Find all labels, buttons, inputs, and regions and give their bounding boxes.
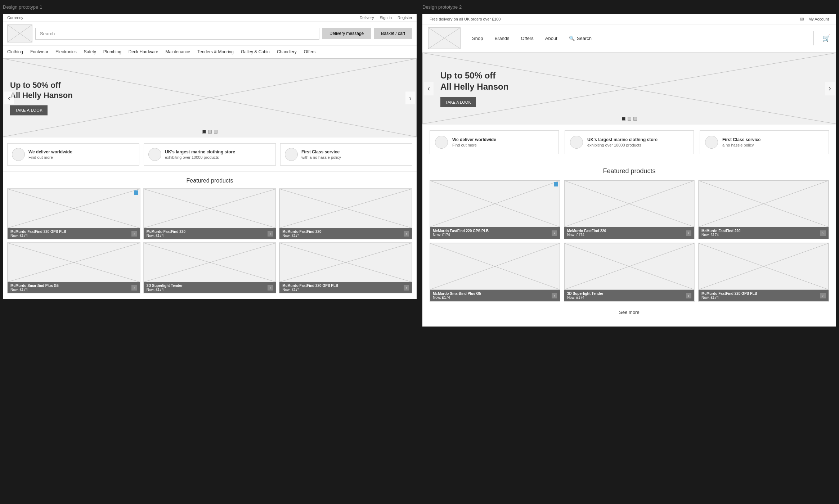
p2-nav-shop[interactable]: Shop [466, 28, 489, 48]
p2-product-arrow-6[interactable]: › [820, 293, 826, 298]
p2-product-price-5: Now: £174 [567, 296, 603, 300]
p1-product-img-4 [8, 243, 140, 282]
p1-feature-subtitle-1[interactable]: Find out more [28, 155, 72, 159]
p2-search-btn[interactable]: 🔍 Search [563, 28, 597, 48]
p1-product-arrow-6[interactable]: › [404, 285, 409, 291]
p2-dot-3[interactable] [633, 117, 637, 121]
p1-nav-maintenance[interactable]: Maintenance [162, 48, 194, 56]
p2-product-card-3[interactable]: McMurdo FastFind 220 Now: £174 › [698, 180, 829, 239]
p1-product-name-1: McMurdo FastFind 220 GPS PLB [10, 230, 66, 234]
p1-feature-title-1: We deliver worldwide [28, 149, 72, 154]
p1-delivery-btn[interactable]: Delivery message [322, 28, 371, 39]
p2-prev-arrow[interactable]: ‹ [424, 82, 434, 95]
p2-search-icon: 🔍 [569, 36, 575, 41]
p1-features: We deliver worldwide Find out more UK's … [3, 138, 417, 172]
p2-product-info-6: McMurdo FastFind 220 GPS PLB Now: £174 › [699, 290, 829, 301]
p1-feature-subtitle-3: with a no hassle policy [301, 155, 341, 159]
p1-dot-2[interactable] [208, 130, 212, 134]
p1-hero-line1: Up to 50% off [10, 81, 61, 90]
p2-product-card-4[interactable]: McMurdo Smartfind Plus G5 Now: £174 › [430, 243, 560, 302]
p1-product-card-6[interactable]: McMurdo FastFind 220 GPS PLB Now: £174 › [279, 242, 412, 293]
p1-product-info-4: McMurdo Smartfind Plus G5 Now: £174 › [8, 282, 140, 293]
p1-register-link[interactable]: Register [398, 15, 412, 20]
p2-hero-line2: All Helly Hanson [440, 82, 508, 91]
p1-nav-plumbing[interactable]: Plumbing [100, 48, 125, 56]
p1-nav-chandlery[interactable]: Chandlery [273, 48, 300, 56]
p1-search-input[interactable] [35, 28, 319, 40]
p1-feature-icon-2 [148, 148, 161, 161]
p2-product-info-4: McMurdo Smartfind Plus G5 Now: £174 › [430, 290, 560, 301]
p2-product-img-1 [430, 180, 560, 227]
p1-next-arrow[interactable]: › [405, 91, 415, 104]
p1-nav-electronics[interactable]: Electronics [52, 48, 80, 56]
p1-feature-icon-1 [12, 148, 25, 161]
p1-feature-1: We deliver worldwide Find out more [7, 143, 139, 166]
p2-product-price-1: Now: £174 [433, 233, 489, 237]
p2-product-arrow-3[interactable]: › [820, 230, 826, 236]
p2-product-info-5: 3D Superlight Tender Now: £174 › [564, 290, 694, 301]
p1-nav-safety[interactable]: Safety [80, 48, 100, 56]
p1-product-card-4[interactable]: McMurdo Smartfind Plus G5 Now: £174 › [7, 242, 140, 293]
p1-product-card-1[interactable]: McMurdo FastFind 220 GPS PLB Now: £174 › [7, 188, 140, 239]
p2-nav-about[interactable]: About [539, 28, 563, 48]
p1-nav-offers[interactable]: Offers [300, 48, 319, 56]
p2-see-more[interactable]: See more [430, 305, 829, 319]
p2-topbar-right: ✉ My Account [800, 16, 829, 22]
p2-feature-text-2: UK's largest marine clothing store exhib… [587, 137, 658, 147]
p2-product-img-5 [564, 243, 694, 290]
p2-product-arrow-2[interactable]: › [686, 230, 691, 236]
p1-topbar: Currency Delivery Sign in Register [3, 14, 417, 22]
p1-signin-link[interactable]: Sign in [380, 15, 392, 20]
p2-feature-subtitle-3: a no hassle policy [722, 143, 761, 147]
p2-feature-subtitle-1[interactable]: Find out more [452, 143, 496, 147]
p1-topbar-right: Delivery Sign in Register [360, 15, 412, 20]
p2-take-look-btn[interactable]: TAKE A LOOK [440, 97, 476, 107]
p2-dot-2[interactable] [628, 117, 631, 121]
p1-dot-1[interactable] [202, 130, 206, 134]
p2-product-arrow-1[interactable]: › [552, 230, 557, 236]
p1-nav-clothing[interactable]: Clothing [7, 48, 27, 56]
p2-account-link[interactable]: My Account [808, 17, 829, 21]
p1-product-info-5: 3D Superlight Tender Now: £174 › [144, 282, 276, 293]
p1-product-arrow-3[interactable]: › [404, 231, 409, 237]
p1-featured-products: Featured products McMurdo FastFind 220 G… [3, 172, 417, 299]
p2-dot-1[interactable] [622, 117, 625, 121]
p1-currency[interactable]: Currency [7, 15, 23, 20]
p1-product-info-text-4: McMurdo Smartfind Plus G5 Now: £174 [10, 284, 59, 292]
p2-nav-brands[interactable]: Brands [489, 28, 515, 48]
p1-dot-3[interactable] [214, 130, 217, 134]
p1-products-grid: McMurdo FastFind 220 GPS PLB Now: £174 › [7, 188, 412, 293]
p1-nav-deck[interactable]: Deck Hardware [125, 48, 162, 56]
p2-product-card-1[interactable]: McMurdo FastFind 220 GPS PLB Now: £174 › [430, 180, 560, 239]
p1-take-look-btn[interactable]: TAKE A LOOK [10, 105, 48, 115]
p1-feature-3: First Class service with a no hassle pol… [280, 143, 412, 166]
p2-delivery-msg: Free delivery on all UK orders over £100 [430, 17, 501, 21]
p2-product-arrow-5[interactable]: › [686, 293, 691, 298]
p2-next-arrow[interactable]: › [825, 82, 835, 95]
p2-product-arrow-4[interactable]: › [552, 293, 557, 298]
p2-basket-btn[interactable]: 🛒 [817, 27, 836, 49]
p2-product-card-6[interactable]: McMurdo FastFind 220 GPS PLB Now: £174 › [698, 243, 829, 302]
p1-product-card-3[interactable]: McMurdo FastFind 220 Now: £174 › [279, 188, 412, 239]
p1-nav-tenders[interactable]: Tenders & Mooring [194, 48, 237, 56]
p1-nav-footwear[interactable]: Footwear [27, 48, 52, 56]
p1-prev-arrow[interactable]: ‹ [4, 91, 14, 104]
p1-product-card-5[interactable]: 3D Superlight Tender Now: £174 › [143, 242, 277, 293]
p1-product-arrow-4[interactable]: › [131, 285, 137, 291]
p1-product-card-2[interactable]: McMurdo FastFind 220 Now: £174 › [143, 188, 277, 239]
p2-nav-offers[interactable]: Offers [515, 28, 539, 48]
p1-product-arrow-5[interactable]: › [268, 285, 273, 291]
p2-product-card-2[interactable]: McMurdo FastFind 220 Now: £174 › [564, 180, 695, 239]
p2-feature-icon-1 [435, 136, 448, 149]
p1-product-arrow-2[interactable]: › [268, 231, 273, 237]
p1-feature-2: UK's largest marine clothing store exhib… [144, 143, 276, 166]
p1-product-arrow-1[interactable]: › [131, 231, 137, 237]
p1-product-info-text-1: McMurdo FastFind 220 GPS PLB Now: £174 [10, 230, 66, 238]
p1-basket-btn[interactable]: Basket / cart [374, 28, 412, 39]
p2-product-price-4: Now: £174 [433, 296, 481, 300]
p1-nav-galley[interactable]: Galley & Cabin [237, 48, 273, 56]
p2-product-info-text-6: McMurdo FastFind 220 GPS PLB Now: £174 [701, 292, 757, 300]
p1-delivery-link[interactable]: Delivery [360, 15, 374, 20]
p2-product-card-5[interactable]: 3D Superlight Tender Now: £174 › [564, 243, 695, 302]
p2-product-name-6: McMurdo FastFind 220 GPS PLB [701, 292, 757, 296]
